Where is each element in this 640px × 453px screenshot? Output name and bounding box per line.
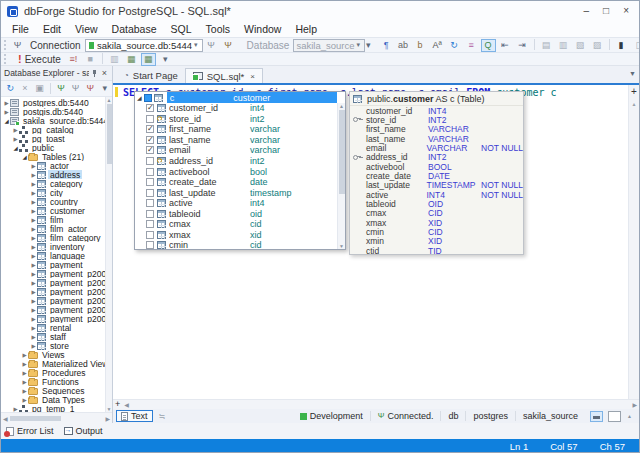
tree-item-payment-p2007[interactable]: ▶payment_p2007 (1, 314, 105, 323)
menu-item-tools[interactable]: Tools (199, 23, 238, 35)
toolbar-grip[interactable] (4, 40, 6, 50)
tab-sql-document[interactable]: SQL.sql* × (185, 68, 263, 83)
tab-start-page[interactable]: ◔ Start Page (117, 68, 185, 83)
scroll-left-icon[interactable]: ◀ (124, 401, 129, 408)
expand-icon[interactable]: ▶ (30, 208, 37, 214)
tree-item-payment-p2007[interactable]: ▶payment_p2007 (1, 287, 105, 296)
go-to-definition-icon[interactable]: ▧ (573, 39, 588, 52)
expand-icon[interactable]: ▶ (30, 199, 37, 205)
toolbar-overflow-icon[interactable]: ▾ (366, 39, 371, 52)
tree-item-city[interactable]: ▶city (1, 188, 105, 197)
tree-item-sequences[interactable]: ▶Sequences (1, 386, 105, 395)
expand-icon[interactable]: ▶ (21, 361, 28, 367)
scroll-up-icon[interactable]: ▲ (107, 97, 112, 103)
comment-icon[interactable]: ab (396, 39, 411, 52)
expand-icon[interactable]: ▶ (30, 298, 37, 304)
expand-icon[interactable]: ▶ (30, 262, 37, 268)
tree-item-sakila-source-db-5444[interactable]: ◢sakila_source.db:5444 (1, 116, 105, 125)
expand-icon[interactable]: ▶ (30, 190, 37, 196)
layout-icon[interactable]: ≡ (464, 39, 479, 52)
expand-icon[interactable]: ▶ (30, 325, 37, 331)
case-icon[interactable]: Aª (430, 39, 445, 52)
expand-icon[interactable]: ▶ (21, 370, 28, 376)
scroll-left-icon[interactable]: ◀ (3, 415, 8, 422)
column-checkbox[interactable] (146, 231, 154, 239)
compare-icon[interactable]: ≒ (159, 412, 166, 421)
column-checkbox[interactable] (146, 220, 154, 228)
maximize-button[interactable]: □ (603, 6, 609, 16)
column-checkbox[interactable] (146, 125, 154, 133)
bookmark-icon[interactable]: ▮ (614, 39, 629, 52)
format-sql-icon[interactable]: ¶ (379, 39, 394, 52)
output-tab[interactable]: Output (64, 426, 103, 436)
indent-icon[interactable]: ⇥ (515, 39, 530, 52)
expand-icon[interactable]: ▶ (21, 388, 28, 394)
expand-icon[interactable]: ▶ (30, 289, 37, 295)
explorer-horizontal-scrollbar[interactable]: ◀ ▶ (1, 412, 112, 423)
query-profiler-icon[interactable]: ▥ (107, 53, 122, 66)
database-kind[interactable]: db (440, 411, 465, 421)
error-list-tab[interactable]: Error List (6, 426, 54, 436)
database-combobox[interactable]: sakila_source ▾ (293, 39, 365, 52)
splitter-handle[interactable]: + (631, 87, 637, 97)
next-bookmark-icon[interactable]: ▯ (631, 39, 640, 52)
expand-icon[interactable]: ▶ (30, 280, 37, 286)
completion-scrollbar[interactable]: ▲ ▼ (337, 103, 345, 249)
scroll-down-icon[interactable]: ▼ (339, 243, 344, 249)
toolbar-overflow-icon[interactable]: ▾ (98, 82, 111, 95)
delete-icon[interactable]: × (19, 82, 32, 95)
database-name[interactable]: sakila_source (515, 411, 585, 421)
tree-item-payment-p2007[interactable]: ▶payment_p2007 (1, 278, 105, 287)
collapse-icon[interactable]: ◢ (3, 118, 10, 124)
toolbar-overflow-icon[interactable]: ▾ (158, 53, 173, 66)
new-connection-icon[interactable]: Ψ (55, 82, 68, 95)
new-connection-icon[interactable]: Ψ (221, 39, 236, 52)
actual-plan-icon[interactable]: ▦ (141, 53, 156, 66)
tree-item-country[interactable]: ▶country (1, 197, 105, 206)
completion-item-customer_id[interactable]: customer_idint4 (135, 103, 345, 114)
add-pane-button[interactable]: + (115, 400, 120, 409)
tree-item-functions[interactable]: ▶Functions (1, 377, 105, 386)
expand-icon[interactable]: ▶ (30, 172, 37, 178)
tree-item-materialized-views[interactable]: ▶Materialized Views (1, 359, 105, 368)
tree-item-postgres-db-5440[interactable]: ▶postgres.db:5440 (1, 98, 105, 107)
editor-horizontal-scrollbar[interactable]: + ◀ ▶ (113, 399, 639, 409)
execute-button[interactable]: ! Execute (12, 53, 65, 65)
scroll-up-icon[interactable]: ▲ (632, 101, 637, 107)
expand-icon[interactable]: ▶ (30, 226, 37, 232)
expand-icon[interactable]: ▶ (30, 334, 37, 340)
expand-icon[interactable]: ▶ (30, 316, 37, 322)
expander-icon[interactable]: ◢ (137, 94, 142, 101)
completion-item-first_name[interactable]: first_namevarchar (135, 124, 345, 135)
outdent-icon[interactable]: ⇤ (498, 39, 513, 52)
expand-icon[interactable]: ▶ (12, 406, 19, 412)
disconnect-icon[interactable]: Ψ (84, 82, 97, 95)
completion-item-last_update[interactable]: last_updatetimestamp (135, 187, 345, 198)
refresh-icon[interactable]: ↻ (4, 82, 17, 95)
tree-item-category[interactable]: ▶category (1, 179, 105, 188)
menu-item-help[interactable]: Help (288, 23, 324, 35)
tree-item-public[interactable]: ◢public (1, 143, 105, 152)
tree-item-postgis-db-5440[interactable]: ▶postgis.db:5440 (1, 107, 105, 116)
find-usages-icon[interactable]: ▨ (590, 39, 605, 52)
completion-item-last_name[interactable]: last_namevarchar (135, 135, 345, 146)
tree-item-procedures[interactable]: ▶Procedures (1, 368, 105, 377)
column-checkbox[interactable] (146, 168, 154, 176)
pin-icon[interactable] (91, 69, 98, 78)
expand-icon[interactable]: ▶ (30, 217, 37, 223)
close-tab-icon[interactable]: × (250, 72, 255, 81)
completion-item-address_id[interactable]: address_idint2 (135, 156, 345, 167)
column-checkbox[interactable] (146, 104, 154, 112)
column-checkbox[interactable] (146, 199, 154, 207)
tree-item-rental[interactable]: ▶rental (1, 323, 105, 332)
completion-item-active[interactable]: activeint4 (135, 198, 345, 209)
tree-item-language[interactable]: ▶language (1, 251, 105, 260)
completion-item-cmin[interactable]: cmincid (135, 240, 345, 249)
tree-item-store[interactable]: ▶store (1, 341, 105, 350)
tree-item-film-actor[interactable]: ▶film_actor (1, 224, 105, 233)
menu-item-file[interactable]: File (5, 23, 36, 35)
connection-state[interactable]: ΨConnected. (370, 411, 441, 421)
snippet-icon[interactable]: b (413, 39, 428, 52)
column-checkbox[interactable] (146, 189, 154, 197)
close-button[interactable]: × (623, 6, 629, 16)
